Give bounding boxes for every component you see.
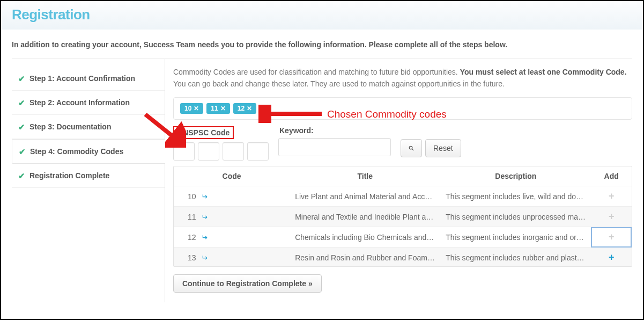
col-code: Code xyxy=(174,166,290,186)
cell-title: Live Plant and Animal Material and Acces… xyxy=(290,186,440,207)
intro-text: In addition to creating your account, Su… xyxy=(1,30,643,59)
unspsc-segment-3[interactable] xyxy=(223,142,244,161)
page-title: Registration xyxy=(12,6,632,23)
sidebar-step-2[interactable]: ✔ Step 2: Account Information xyxy=(12,91,165,115)
unspsc-segment-2[interactable] xyxy=(198,142,219,161)
check-icon: ✔ xyxy=(18,75,25,83)
annotation-text: Chosen Commodity codes xyxy=(327,108,447,120)
step-label: Step 2: Account Information xyxy=(29,98,130,107)
unspsc-segment-1[interactable] xyxy=(173,142,195,161)
cell-description: This segment includes rubber and plastic… xyxy=(440,248,591,267)
remove-icon[interactable]: ✕ xyxy=(247,105,252,112)
keyword-input[interactable] xyxy=(278,138,391,156)
steps-sidebar: ✔ Step 1: Account Confirmation ✔ Step 2:… xyxy=(1,59,165,302)
cell-title: Chemicals including Bio Chemicals and Ga… xyxy=(290,227,440,248)
svg-line-1 xyxy=(412,149,413,150)
add-button[interactable]: + xyxy=(591,227,632,248)
check-icon: ✔ xyxy=(18,99,25,107)
cell-code: 10 ↵ xyxy=(174,186,290,207)
sidebar-step-1[interactable]: ✔ Step 1: Account Confirmation xyxy=(12,67,165,91)
step-label: Step 1: Account Confirmation xyxy=(29,74,135,83)
add-button[interactable]: + xyxy=(591,207,632,227)
chosen-tag[interactable]: 10 ✕ xyxy=(180,103,203,114)
table-row[interactable]: 10 ↵Live Plant and Animal Material and A… xyxy=(174,186,632,207)
cell-code: 13 ↵ xyxy=(174,248,290,267)
unspsc-code-label: UNSPSC Code xyxy=(173,126,234,139)
search-button[interactable] xyxy=(401,139,422,157)
check-icon: ✔ xyxy=(18,123,25,131)
sidebar-step-complete[interactable]: ✔ Registration Complete xyxy=(12,164,165,188)
sidebar-step-4[interactable]: ✔ Step 4: Commodity Codes xyxy=(12,139,165,164)
col-title: Title xyxy=(290,166,440,186)
continue-button[interactable]: Continue to Registration Complete » xyxy=(173,274,322,293)
check-icon: ✔ xyxy=(18,172,25,180)
chosen-tag[interactable]: 12 ✕ xyxy=(233,103,256,114)
add-button[interactable]: + xyxy=(591,248,632,267)
table-row[interactable]: 11 ↵Mineral and Textile and Inedible Pla… xyxy=(174,207,632,227)
cell-code: 12 ↵ xyxy=(174,227,290,248)
keyword-label: Keyword: xyxy=(278,126,391,135)
plus-icon: + xyxy=(609,211,615,222)
hint-text: Commodity Codes are used for classificat… xyxy=(173,67,632,90)
table-row[interactable]: 12 ↵Chemicals including Bio Chemicals an… xyxy=(174,227,632,248)
remove-icon[interactable]: ✕ xyxy=(220,105,226,112)
check-icon: ✔ xyxy=(19,148,26,156)
add-button[interactable]: + xyxy=(591,186,632,207)
chosen-tag[interactable]: 11 ✕ xyxy=(206,103,230,114)
step-label: Step 4: Commodity Codes xyxy=(30,147,123,156)
commodity-table[interactable]: Code Title Description Add 10 ↵Live Plan… xyxy=(173,166,632,267)
cell-description: This segment includes live, wild and dom… xyxy=(440,186,591,207)
step-label: Step 3: Documentation xyxy=(29,122,111,131)
cell-code: 11 ↵ xyxy=(174,207,290,227)
col-description: Description xyxy=(440,166,591,186)
plus-icon: + xyxy=(609,231,615,242)
expand-icon[interactable]: ↵ xyxy=(201,234,208,241)
col-add: Add xyxy=(591,166,632,186)
plus-icon: + xyxy=(609,252,615,263)
search-icon xyxy=(409,144,414,152)
expand-icon[interactable]: ↵ xyxy=(201,254,208,261)
unspsc-segment-4[interactable] xyxy=(247,142,269,161)
expand-icon[interactable]: ↵ xyxy=(201,213,208,221)
cell-description: This segment includes unprocessed materi… xyxy=(440,207,591,227)
sidebar-step-3[interactable]: ✔ Step 3: Documentation xyxy=(12,115,165,139)
step-label: Registration Complete xyxy=(29,171,109,180)
cell-title: Resin and Rosin and Rubber and Foam and … xyxy=(290,248,440,267)
remove-icon[interactable]: ✕ xyxy=(194,105,199,112)
expand-icon[interactable]: ↵ xyxy=(201,193,208,200)
cell-description: This segment includes inorganic and orga… xyxy=(440,227,591,248)
reset-button[interactable]: Reset xyxy=(425,139,461,157)
table-row[interactable]: 13 ↵Resin and Rosin and Rubber and Foam … xyxy=(174,248,632,267)
cell-title: Mineral and Textile and Inedible Plant a… xyxy=(290,207,440,227)
plus-icon: + xyxy=(609,191,615,201)
